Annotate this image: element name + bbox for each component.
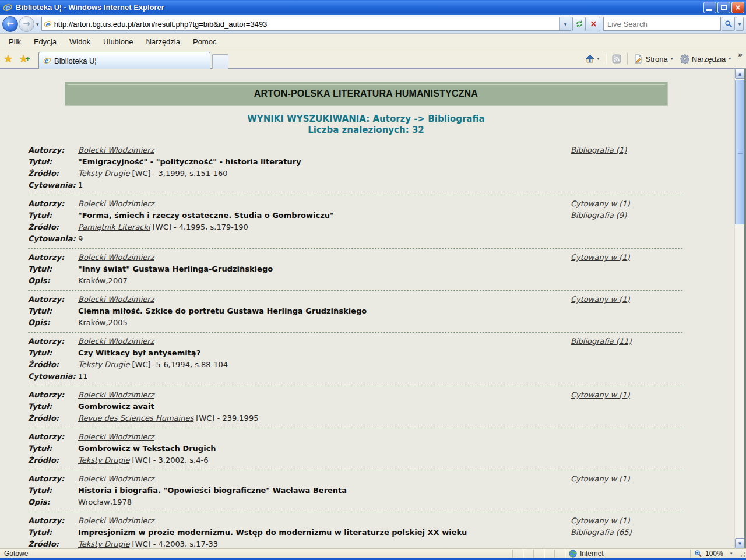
url-dropdown-button[interactable]: ▼ bbox=[560, 17, 571, 30]
bibliografia-link[interactable]: Bibliografia (11) bbox=[571, 336, 682, 347]
menu-edycja[interactable]: Edycja bbox=[27, 35, 63, 48]
scroll-up-button[interactable]: ▲ bbox=[735, 69, 745, 79]
cytowany-link[interactable]: Cytowany w (1) bbox=[571, 294, 682, 305]
minimize-button[interactable] bbox=[703, 2, 716, 13]
cytowany-link[interactable]: Cytowany w (1) bbox=[571, 473, 682, 485]
new-tab-stub[interactable] bbox=[212, 54, 228, 69]
source-link[interactable]: Teksty Drugie bbox=[78, 540, 129, 548]
record-fields: Autorzy:Bolecki WłodzimierzTytuł:Czy Wit… bbox=[28, 336, 571, 382]
field-label: Autorzy: bbox=[28, 389, 78, 401]
bibliografia-link[interactable]: Bibliografia (9) bbox=[571, 210, 682, 221]
field-label: Tytuł: bbox=[28, 156, 78, 168]
cytowany-link[interactable]: Cytowany w (1) bbox=[571, 252, 682, 263]
site-banner: ARTON-POLSKA LITERATURA HUMANISTYCZNA bbox=[65, 82, 668, 106]
field-value: Impresjonizm w prozie modernizmu. Wstęp … bbox=[78, 527, 571, 538]
close-button[interactable]: × bbox=[731, 2, 744, 13]
history-dropdown-icon[interactable]: ▼ bbox=[36, 22, 39, 26]
field-label: Tytuł: bbox=[28, 305, 78, 317]
field-value: 11 bbox=[78, 371, 571, 382]
url-input[interactable] bbox=[52, 20, 560, 29]
page-menu-button[interactable]: Strona ▼ bbox=[631, 52, 675, 65]
field-label: Tytuł: bbox=[28, 347, 78, 359]
menu-widok[interactable]: Widok bbox=[63, 35, 97, 48]
results-heading-line2: Liczba znalezionych: 32 bbox=[0, 125, 732, 136]
feeds-button[interactable] bbox=[610, 52, 624, 65]
record-links: Cytowany w (1) bbox=[571, 252, 682, 287]
field-label: Źródło: bbox=[28, 538, 78, 548]
search-go-button[interactable] bbox=[722, 17, 735, 31]
author-link[interactable]: Bolecki Włodzimierz bbox=[78, 337, 154, 346]
record-fields: Autorzy:Bolecki WłodzimierzTytuł:"Forma,… bbox=[28, 198, 571, 245]
refresh-button[interactable] bbox=[572, 17, 586, 31]
menu-narzedzia[interactable]: Narzędzia bbox=[139, 35, 186, 48]
tab-bar: ★ ★+ e Biblioteka U¦ ▼ bbox=[0, 50, 746, 69]
favorites-center-icon[interactable]: ★ bbox=[3, 54, 13, 64]
source-link[interactable]: Pamiętnik Literacki bbox=[78, 223, 150, 231]
author-link[interactable]: Bolecki Włodzimierz bbox=[78, 432, 154, 441]
tab-biblioteka[interactable]: e Biblioteka U¦ bbox=[38, 52, 210, 69]
cytowany-link[interactable]: Cytowany w (1) bbox=[571, 515, 682, 527]
field-label: Autorzy: bbox=[28, 294, 78, 305]
vertical-scrollbar[interactable]: ▲ ▼ bbox=[734, 69, 744, 548]
author-link[interactable]: Bolecki Włodzimierz bbox=[78, 253, 154, 262]
field-value: Gombrowicz w Tekstach Drugich bbox=[78, 443, 571, 455]
results-heading: WYNIKI WYSZUKIWANIA: Autorzy -> Bibliogr… bbox=[0, 114, 732, 136]
field-label: Źródło: bbox=[28, 168, 78, 179]
result-record: Autorzy:Bolecki WłodzimierzTytuł:"Emigra… bbox=[28, 142, 682, 195]
scrollbar-thumb[interactable] bbox=[735, 80, 745, 224]
back-button[interactable]: ← bbox=[2, 16, 18, 32]
home-icon bbox=[585, 54, 594, 64]
cytowany-link[interactable]: Cytowany w (1) bbox=[571, 198, 682, 210]
svg-text:e: e bbox=[45, 21, 50, 27]
resize-grip[interactable] bbox=[737, 550, 746, 558]
rss-icon bbox=[612, 54, 621, 64]
author-link[interactable]: Bolecki Włodzimierz bbox=[78, 474, 154, 483]
browser-viewport: ARTON-POLSKA LITERATURA HUMANISTYCZNA WY… bbox=[0, 69, 732, 548]
tools-menu-button[interactable]: Narzędzia ▼ bbox=[678, 52, 734, 65]
field-value: Bolecki Włodzimierz bbox=[78, 515, 571, 527]
add-favorite-icon[interactable]: ★+ bbox=[19, 54, 28, 64]
window-title: Biblioteka U¦ - Windows Internet Explore… bbox=[16, 3, 164, 12]
navigation-bar: ← → ▼ e ▼ × ▼ bbox=[0, 15, 746, 34]
record-links: Bibliografia (11) bbox=[571, 336, 682, 382]
menu-ulubione[interactable]: Ulubione bbox=[97, 35, 139, 48]
status-panel bbox=[512, 550, 523, 558]
scroll-down-button[interactable]: ▼ bbox=[735, 538, 745, 548]
field-value: 1 bbox=[78, 179, 571, 191]
author-link[interactable]: Bolecki Włodzimierz bbox=[78, 199, 154, 208]
zoom-control[interactable]: 100% ▼ bbox=[690, 550, 736, 558]
status-panel bbox=[554, 550, 565, 558]
source-link[interactable]: Teksty Drugie bbox=[78, 456, 129, 464]
field-label: Tytuł: bbox=[28, 485, 78, 496]
author-link[interactable]: Bolecki Włodzimierz bbox=[78, 390, 154, 399]
menu-plik[interactable]: Plik bbox=[2, 35, 27, 48]
field-value: Teksty Drugie [WC] -5-6,1994, s.88-104 bbox=[78, 359, 571, 371]
page-icon bbox=[634, 54, 643, 64]
result-record: Autorzy:Bolecki WłodzimierzTytuł:Czy Wit… bbox=[28, 333, 682, 386]
author-link[interactable]: Bolecki Włodzimierz bbox=[78, 295, 154, 304]
toolbar-overflow-icon[interactable]: » bbox=[738, 51, 743, 59]
search-options-button[interactable]: ▼ bbox=[736, 17, 744, 31]
home-button[interactable]: ▼ bbox=[583, 52, 603, 65]
search-input[interactable] bbox=[604, 20, 720, 29]
stop-button[interactable]: × bbox=[587, 17, 600, 31]
maximize-button[interactable] bbox=[717, 2, 730, 13]
field-value: Pamiętnik Literacki [WC] - 4,1995, s.179… bbox=[78, 221, 571, 233]
forward-button[interactable]: → bbox=[19, 16, 34, 32]
page-favicon-icon: e bbox=[44, 20, 52, 28]
field-label: Autorzy: bbox=[28, 336, 78, 347]
cytowany-link[interactable]: Cytowany w (1) bbox=[571, 389, 682, 401]
zoom-level: 100% bbox=[705, 550, 723, 558]
menu-pomoc[interactable]: Pomoc bbox=[186, 35, 223, 48]
source-link[interactable]: Teksty Drugie bbox=[78, 169, 129, 178]
status-text: Gotowe bbox=[4, 550, 28, 558]
author-link[interactable]: Bolecki Włodzimierz bbox=[78, 146, 154, 154]
bibliografia-link[interactable]: Bibliografia (65) bbox=[571, 527, 682, 538]
scrollbar-grip bbox=[738, 150, 743, 154]
source-link[interactable]: Teksty Drugie bbox=[78, 360, 129, 369]
plus-badge-icon: + bbox=[25, 55, 30, 62]
globe-icon bbox=[569, 550, 577, 558]
author-link[interactable]: Bolecki Włodzimierz bbox=[78, 516, 154, 525]
bibliografia-link[interactable]: Bibliografia (1) bbox=[571, 145, 682, 156]
source-link[interactable]: Revue des Sciences Humaines bbox=[78, 414, 193, 422]
